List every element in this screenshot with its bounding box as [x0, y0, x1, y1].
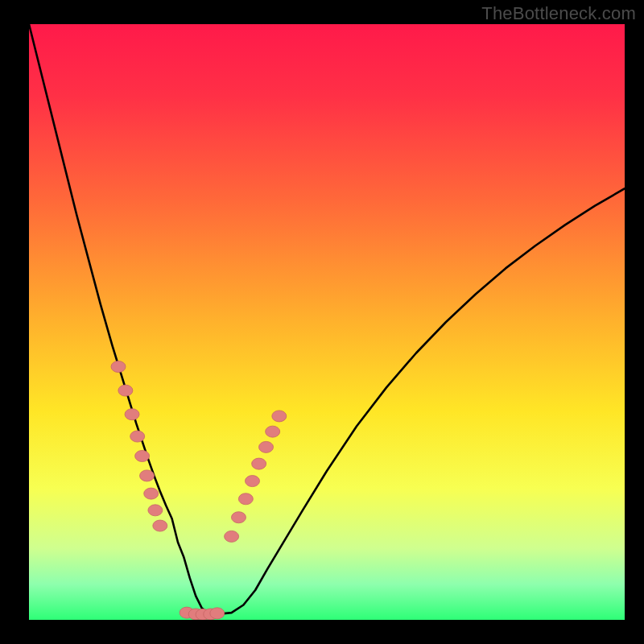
marker-point — [140, 470, 155, 481]
marker-point — [125, 409, 139, 420]
marker-point — [118, 385, 133, 396]
marker-point — [272, 411, 287, 422]
gradient-background — [29, 24, 625, 620]
marker-point — [238, 493, 253, 505]
marker-point — [148, 505, 163, 516]
marker-point — [266, 426, 280, 437]
marker-point — [252, 458, 266, 469]
marker-point — [111, 361, 126, 372]
marker-point — [231, 512, 246, 523]
marker-point — [210, 608, 225, 619]
watermark: TheBottleneck.com — [481, 3, 636, 24]
marker-point — [135, 450, 150, 461]
plot-area — [29, 24, 625, 620]
marker-point — [144, 488, 159, 499]
chart-svg — [29, 24, 625, 620]
marker-point — [153, 520, 167, 531]
marker-point — [246, 476, 260, 487]
chart-container: TheBottleneck.com — [0, 0, 644, 644]
marker-point — [130, 431, 145, 442]
marker-group-minimum-markers — [180, 607, 225, 620]
marker-point — [259, 441, 274, 452]
marker-point — [225, 530, 239, 542]
